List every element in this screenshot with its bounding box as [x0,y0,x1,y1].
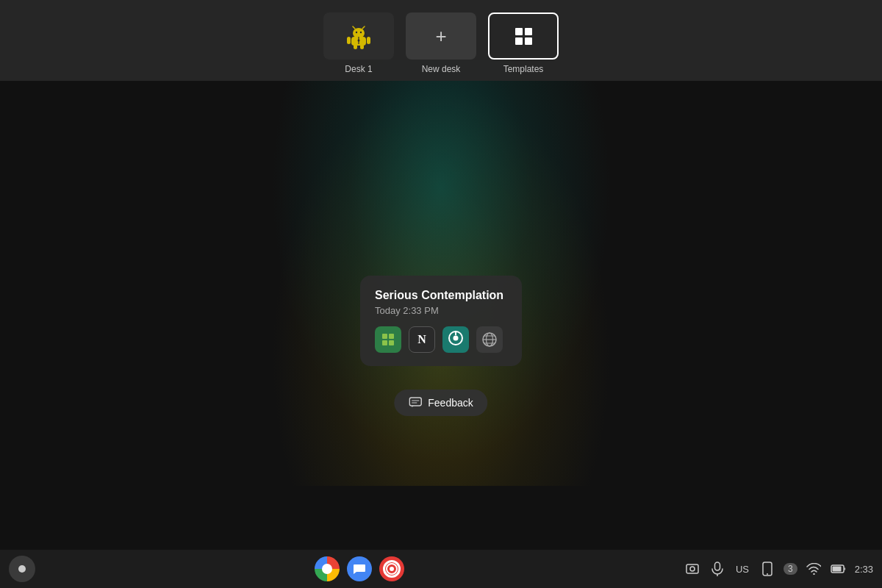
workspace-card[interactable]: Serious Contemplation Today 2:33 PM N [360,276,522,366]
svg-point-31 [767,573,768,575]
taskbar-chat[interactable] [346,556,373,582]
svg-rect-7 [347,37,351,44]
desktop: Desk 1 + New desk Templates Serious Cont… [0,0,882,588]
svg-point-14 [453,335,459,340]
plus-icon: + [435,25,446,48]
launcher-button[interactable] [9,556,35,582]
chrome-ext-icon [448,330,464,350]
taskbar-left [9,556,35,582]
svg-point-27 [690,567,695,571]
svg-rect-28 [715,562,720,570]
taskbar: US 3 [0,550,882,588]
svg-rect-26 [686,564,698,573]
templates-grid-icon [515,28,532,45]
taskbar-chrome[interactable] [314,556,340,582]
app-chrome-ext[interactable] [442,326,469,353]
desk-switcher-bar: Desk 1 + New desk Templates [0,0,882,81]
svg-point-12 [358,40,360,42]
workspace-apps: N [375,326,507,353]
svg-rect-21 [409,398,421,406]
svg-point-1 [353,28,365,38]
taskbar-right: US 3 [684,560,873,578]
chrome-icon [315,556,340,581]
microphone-icon[interactable] [709,560,726,578]
launcher-icon [18,565,26,573]
svg-rect-10 [360,44,364,49]
language-label: US [736,564,749,575]
svg-point-32 [813,573,814,575]
svg-rect-8 [367,37,370,44]
android-icon [345,22,373,50]
new-desk-item[interactable]: + New desk [406,12,476,74]
feedback-label: Feedback [428,397,473,409]
svg-rect-9 [354,44,357,49]
desk-1-label: Desk 1 [345,64,372,74]
desk-1-thumbnail[interactable] [323,12,394,60]
system-time: 2:33 [855,564,873,575]
feedback-icon [409,397,422,409]
keyboard-language[interactable]: US [734,560,751,578]
templates-label: Templates [503,64,544,74]
taskbar-center [35,556,684,582]
app-globe[interactable] [476,326,503,353]
svg-point-24 [387,564,397,574]
new-desk-label: New desk [422,64,461,74]
taskbar-music[interactable] [379,556,405,582]
svg-point-3 [360,32,362,33]
svg-rect-34 [832,567,841,572]
workspace-time: Today 2:33 PM [375,305,507,316]
svg-line-5 [362,26,365,29]
notion-icon: N [417,333,426,346]
app-green-grid[interactable] [375,326,401,353]
svg-point-2 [356,32,357,33]
svg-point-25 [390,567,394,571]
templates-item[interactable]: Templates [488,12,559,74]
svg-line-4 [353,26,355,29]
music-icon [379,556,404,581]
screenshot-icon[interactable] [684,560,701,578]
new-desk-thumbnail[interactable]: + [406,12,476,60]
phone-hub-icon[interactable] [759,560,776,578]
feedback-button[interactable]: Feedback [394,390,487,416]
app-notion[interactable]: N [409,326,435,353]
globe-icon [481,331,498,348]
battery-icon[interactable] [830,560,847,578]
chat-icon [347,556,372,581]
desk-1-item[interactable]: Desk 1 [323,12,394,74]
wifi-icon[interactable] [805,560,822,578]
glow-background [257,60,625,486]
notification-count[interactable]: 3 [784,563,797,575]
templates-thumbnail[interactable] [488,12,559,60]
workspace-title: Serious Contemplation [375,289,507,302]
green-grid-icon [382,334,394,345]
